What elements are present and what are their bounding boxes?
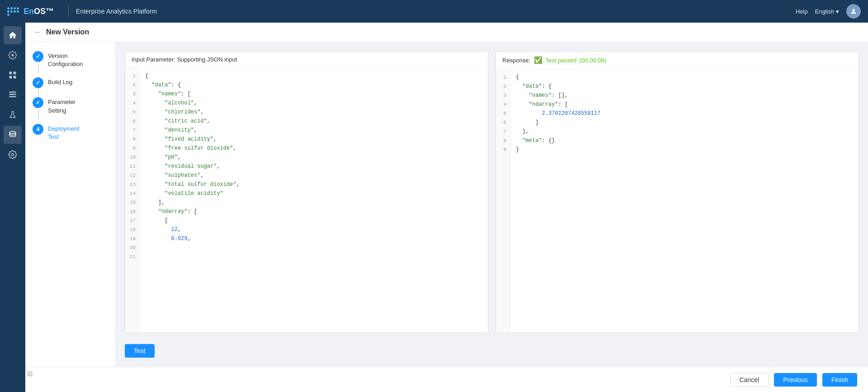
input-panel-header: Input Parameter: Supporting JSON input (125, 52, 488, 68)
step-circle-4: 4 (33, 124, 43, 135)
finish-button[interactable]: Finish (822, 373, 857, 387)
logo-dots (7, 7, 20, 16)
check-icon: ✅ (534, 56, 542, 64)
step-circle-2: ✓ (33, 77, 43, 88)
input-code-area[interactable]: 1 2 3 4 5 6 7 8 9 10 (125, 68, 488, 333)
previous-button[interactable]: Previous (774, 373, 816, 387)
sidebar-item-dashboard[interactable] (4, 66, 22, 84)
response-code-text: { "data": { "names": [], "ndarray": [ 2.… (510, 69, 859, 333)
svg-rect-11 (27, 372, 33, 372)
svg-rect-2 (9, 72, 12, 75)
sidebar-item-data[interactable] (4, 126, 22, 144)
svg-point-9 (9, 132, 15, 134)
test-button[interactable]: Test (125, 344, 155, 358)
step-version-config: ✓ VersionConfiguration (33, 51, 108, 68)
sidebar-item-home[interactable] (4, 26, 22, 44)
svg-rect-8 (9, 96, 16, 98)
user-avatar[interactable] (846, 4, 861, 19)
collapse-sidebar-button[interactable] (26, 370, 33, 379)
page-title: New Version (46, 28, 89, 36)
response-code-area: 1 2 3 4 5 6 7 8 9 { " (496, 69, 859, 333)
sidebar (0, 23, 25, 392)
input-panel: Input Parameter: Supporting JSON input 1… (125, 51, 488, 333)
response-line-numbers: 1 2 3 4 5 6 7 8 9 (496, 69, 510, 333)
svg-point-10 (12, 154, 14, 156)
step-label-4: DeploymentTest (48, 124, 79, 141)
svg-rect-6 (9, 92, 16, 93)
language-dropdown[interactable]: English ▾ (815, 8, 839, 15)
nav-right: Help English ▾ (796, 4, 861, 19)
steps-sidebar: ✓ VersionConfiguration ✓ Build Log ✓ Par… (25, 42, 116, 367)
sidebar-item-gear[interactable] (4, 46, 22, 64)
panels-row: Input Parameter: Supporting JSON input 1… (125, 51, 859, 333)
svg-rect-7 (9, 94, 16, 95)
sidebar-item-logs[interactable] (4, 86, 22, 104)
input-panel-title: Input Parameter: Supporting JSON input (132, 56, 237, 63)
step-circle-1: ✓ (33, 51, 43, 62)
input-line-numbers: 1 2 3 4 5 6 7 8 9 10 (125, 68, 140, 333)
logo: EnOS™ (7, 7, 54, 16)
top-nav: EnOS™ Enterprise Analytics Platform Help… (0, 0, 868, 23)
step-parameter-setting: ✓ ParameterSetting (33, 97, 108, 114)
page-header: ← New Version (25, 23, 868, 42)
main-content: Input Parameter: Supporting JSON input 1… (116, 42, 868, 367)
svg-rect-5 (14, 76, 16, 79)
svg-rect-4 (9, 76, 12, 79)
step-build-log: ✓ Build Log (33, 77, 108, 88)
page-footer: Cancel Previous Finish (25, 367, 868, 392)
svg-point-1 (12, 54, 14, 57)
step-deployment-test: 4 DeploymentTest (33, 124, 108, 141)
svg-point-0 (852, 9, 854, 11)
input-code-text[interactable]: { "data": { "names": [ "alcohol", "chlor… (140, 68, 488, 333)
step-label-3: ParameterSetting (48, 97, 75, 114)
platform-title: Enterprise Analytics Platform (76, 8, 157, 15)
svg-rect-12 (27, 373, 33, 374)
logo-text: EnOS™ (24, 7, 54, 16)
response-panel: Response: ✅ Test passed (00:00:08) 1 (495, 51, 859, 333)
nav-divider (68, 6, 69, 17)
test-text: Test passed (545, 57, 576, 64)
test-time: (00:00:08) (580, 57, 606, 64)
test-status: ✅ Test passed (00:00:08) (534, 56, 606, 64)
response-panel-header: Response: ✅ Test passed (00:00:08) (496, 52, 859, 69)
back-button[interactable]: ← (34, 28, 42, 36)
sidebar-item-flask[interactable] (4, 106, 22, 124)
action-row: Test (125, 344, 859, 358)
svg-rect-3 (14, 72, 16, 75)
help-link[interactable]: Help (796, 8, 808, 15)
step-circle-3: ✓ (33, 97, 43, 108)
cancel-button[interactable]: Cancel (730, 373, 769, 387)
sidebar-item-settings[interactable] (4, 146, 22, 164)
step-label-1: VersionConfiguration (48, 51, 83, 68)
response-label: Response: (502, 57, 530, 64)
step-label-2: Build Log (48, 77, 72, 86)
svg-rect-13 (27, 375, 33, 376)
